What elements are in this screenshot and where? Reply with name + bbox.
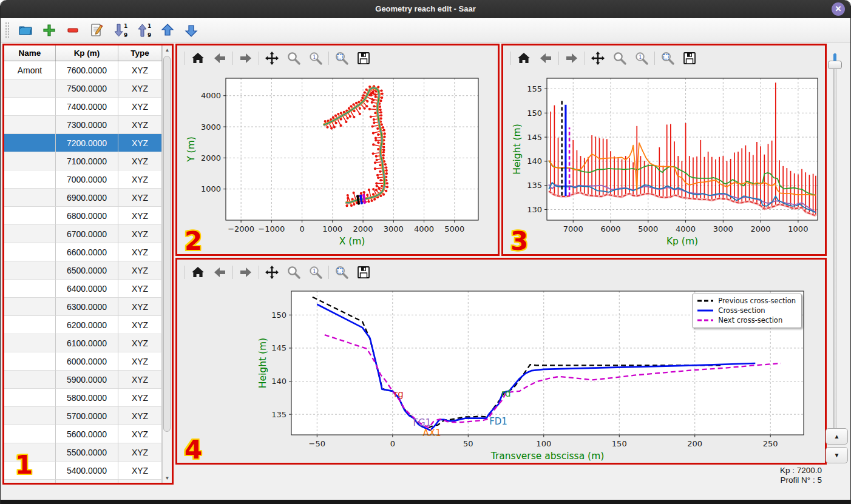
cell-kp: 5500.0000 — [56, 443, 118, 462]
home-button[interactable] — [188, 263, 208, 281]
cell-kp: 6200.0000 — [56, 316, 118, 334]
svg-text:1000: 1000 — [788, 224, 808, 234]
zoom-button[interactable] — [283, 49, 304, 67]
table-row[interactable]: 7500.0000XYZ — [4, 79, 162, 98]
table-row[interactable]: 6200.0000XYZ — [4, 316, 162, 334]
table-row[interactable]: 5600.0000XYZ — [4, 425, 162, 443]
table-row[interactable]: 6600.0000XYZ — [4, 243, 162, 261]
save-button[interactable] — [353, 263, 374, 281]
move-up-button[interactable] — [158, 21, 177, 39]
table-row[interactable]: 5300.0000XYZ — [4, 480, 162, 483]
pan-button[interactable] — [262, 49, 282, 67]
home-icon — [190, 50, 206, 66]
save-icon — [356, 264, 371, 280]
cell-kp: 6400.0000 — [56, 280, 118, 298]
zoom-button[interactable] — [609, 49, 630, 67]
sort-ascending-button[interactable]: 1 9 — [135, 21, 153, 39]
cell-name — [4, 389, 56, 407]
open-folder-button[interactable] — [16, 21, 35, 39]
zoom-region-button[interactable] — [657, 49, 678, 67]
move-down-icon — [184, 23, 198, 38]
zoom-one-button[interactable]: 1 — [631, 49, 652, 67]
svg-text:−50: −50 — [309, 439, 325, 448]
table-row[interactable]: 7300.0000XYZ — [4, 116, 162, 134]
zoom-region-icon — [334, 264, 350, 280]
table-row[interactable]: 6900.0000XYZ — [4, 189, 162, 207]
table-row[interactable]: 7200.0000XYZ — [4, 134, 162, 152]
pan-button[interactable] — [262, 263, 282, 281]
table-row[interactable]: 7000.0000XYZ — [4, 170, 162, 189]
profile-slider-handle[interactable] — [828, 61, 842, 69]
sort-descending-button[interactable]: 1 9 — [111, 21, 129, 39]
cell-name — [4, 225, 56, 243]
move-down-button[interactable] — [182, 21, 200, 39]
table-row[interactable]: 5700.0000XYZ — [4, 407, 162, 425]
save-button[interactable] — [353, 49, 374, 67]
pan-icon — [264, 50, 280, 66]
toolbar-separator — [185, 266, 185, 279]
cell-type: XYZ — [118, 207, 162, 225]
table-row[interactable]: 5900.0000XYZ — [4, 371, 162, 389]
profile-down-button[interactable]: ▼ — [826, 447, 848, 463]
table-row[interactable]: 7400.0000XYZ — [4, 98, 162, 116]
panel-number-2: 2 — [185, 229, 202, 254]
header-name: Name — [4, 45, 56, 61]
table-row[interactable]: 6400.0000XYZ — [4, 280, 162, 298]
open-folder-icon — [18, 22, 33, 38]
forward-button[interactable] — [561, 49, 582, 67]
pan-button[interactable] — [588, 49, 608, 67]
cell-kp: 7000.0000 — [56, 170, 118, 189]
titlebar[interactable]: Geometry reach edit - Saar ✕ — [1, 0, 850, 18]
edit-button[interactable] — [87, 21, 106, 39]
table-row[interactable]: 5800.0000XYZ — [4, 389, 162, 407]
svg-text:135: 135 — [527, 181, 542, 190]
longitudinal-profile-plot[interactable]: 7000600050004000300020001000130135140145… — [503, 71, 825, 254]
toolbar-separator — [232, 266, 233, 279]
scrollbar-thumb[interactable] — [163, 56, 171, 432]
svg-text:7000: 7000 — [563, 224, 583, 234]
table-row[interactable]: 6500.0000XYZ — [4, 261, 162, 280]
add-button[interactable] — [40, 21, 58, 39]
app-window: Geometry reach edit - Saar ✕ — [0, 0, 851, 504]
table-scrollbar[interactable]: ▲ ▼ — [162, 45, 172, 483]
cell-kp: 7300.0000 — [56, 116, 118, 134]
table-row[interactable]: Amont7600.0000XYZ — [4, 61, 162, 79]
zoom-one-button[interactable]: 1 — [305, 263, 326, 281]
svg-text:1000: 1000 — [322, 224, 342, 234]
zoom-region-button[interactable] — [331, 263, 352, 281]
back-button[interactable] — [209, 49, 230, 67]
forward-button[interactable] — [236, 263, 256, 281]
table-row[interactable]: 7100.0000XYZ — [4, 152, 162, 170]
profile-up-button[interactable]: ▲ — [826, 428, 848, 445]
table-row[interactable]: 6100.0000XYZ — [4, 334, 162, 352]
zoom-region-button[interactable] — [331, 49, 352, 67]
svg-text:rd: rd — [501, 388, 510, 399]
header-kp: Kp (m) — [56, 45, 118, 61]
profile-slider-track[interactable] — [833, 53, 836, 432]
forward-button[interactable] — [236, 49, 256, 67]
table-row[interactable]: 6000.0000XYZ — [4, 352, 162, 371]
close-button[interactable]: ✕ — [832, 2, 845, 16]
back-button[interactable] — [535, 49, 556, 67]
toolbar-drag-handle[interactable] — [5, 22, 10, 39]
table-row[interactable]: 6700.0000XYZ — [4, 225, 162, 243]
svg-text:1: 1 — [639, 54, 642, 60]
plan-view-plot[interactable]: −2000−1000010002000300040005000100020003… — [177, 71, 498, 254]
scroll-down-icon[interactable]: ▼ — [163, 474, 172, 483]
svg-text:Height (m): Height (m) — [257, 338, 268, 388]
zoom-one-button[interactable]: 1 — [305, 49, 326, 67]
scroll-up-icon[interactable]: ▲ — [163, 45, 172, 55]
table-row[interactable]: 6800.0000XYZ — [4, 207, 162, 225]
remove-button[interactable] — [64, 21, 82, 39]
pan-icon — [590, 50, 606, 66]
svg-text:X (m): X (m) — [339, 236, 365, 247]
table-row[interactable]: 6300.0000XYZ — [4, 298, 162, 316]
legend-entry: Next cross-section — [697, 315, 796, 325]
zoom-button[interactable] — [283, 263, 304, 281]
home-button[interactable] — [188, 49, 208, 67]
back-button[interactable] — [209, 263, 230, 281]
toolbar-separator — [328, 266, 329, 279]
save-button[interactable] — [679, 49, 700, 67]
home-button[interactable] — [514, 49, 534, 67]
svg-text:Transverse abscissa (m): Transverse abscissa (m) — [490, 451, 605, 462]
